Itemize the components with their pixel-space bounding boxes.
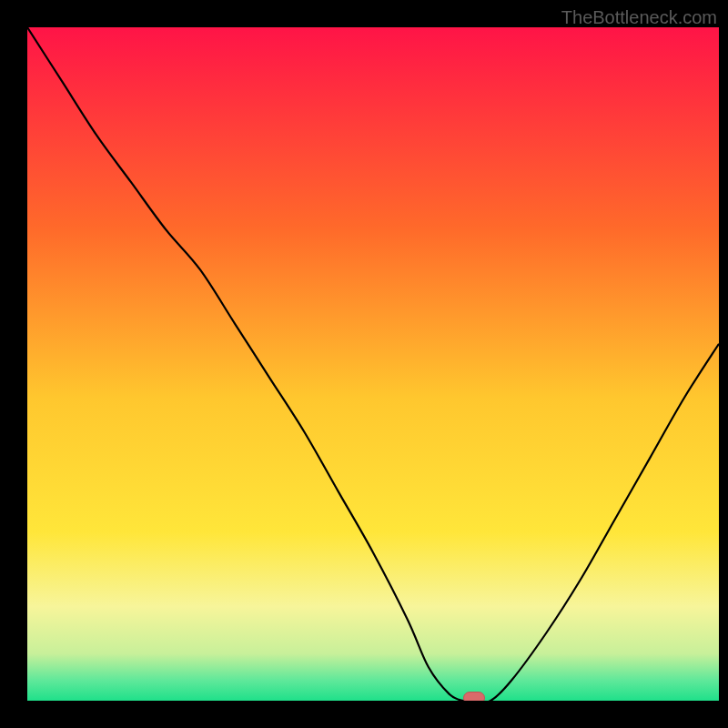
watermark-text: TheBottleneck.com <box>561 7 717 28</box>
svg-rect-0 <box>27 27 719 701</box>
gradient-background <box>27 27 719 701</box>
minimum-marker <box>463 692 485 701</box>
plot-area <box>27 27 719 701</box>
